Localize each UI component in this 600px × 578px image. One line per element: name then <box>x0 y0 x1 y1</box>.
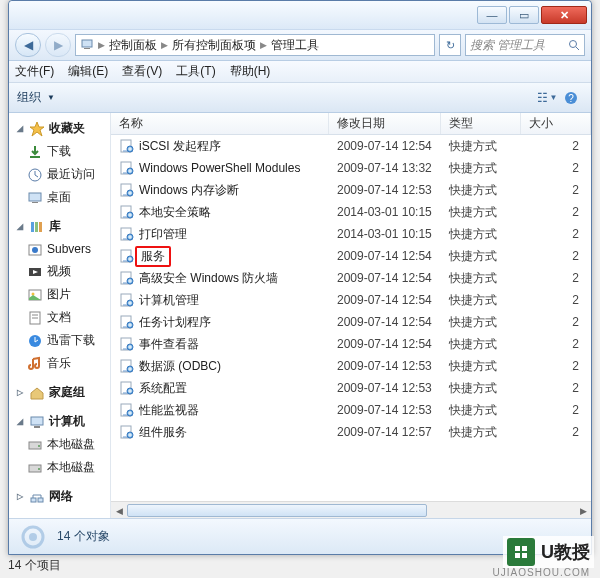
file-size: 2 <box>521 183 591 197</box>
file-date: 2009-07-14 12:54 <box>329 139 441 153</box>
help-icon: ? <box>564 91 578 105</box>
sidebar-item-icon <box>27 264 43 280</box>
expand-icon: ◢ <box>15 222 25 231</box>
sidebar[interactable]: ◢收藏夹下载最近访问桌面◢库Subvers视频图片文档迅雷下载音乐▷家庭组◢计算… <box>9 113 111 518</box>
menu-edit[interactable]: 编辑(E) <box>68 63 108 80</box>
file-type: 快捷方式 <box>441 358 521 375</box>
file-type: 快捷方式 <box>441 314 521 331</box>
svg-rect-31 <box>38 498 43 502</box>
sidebar-group-label: 家庭组 <box>49 384 85 401</box>
breadcrumb-separator: ▶ <box>98 40 105 50</box>
sidebar-item-label: 迅雷下载 <box>47 332 95 349</box>
scroll-left-arrow[interactable]: ◀ <box>111 502 127 518</box>
file-type: 快捷方式 <box>441 336 521 353</box>
file-type: 快捷方式 <box>441 248 521 265</box>
sidebar-group-header[interactable]: ◢计算机 <box>9 410 110 433</box>
file-row[interactable]: Windows 内存诊断2009-07-14 12:53快捷方式2 <box>111 179 591 201</box>
sidebar-group-header[interactable]: ▷家庭组 <box>9 381 110 404</box>
scroll-right-arrow[interactable]: ▶ <box>575 502 591 518</box>
scroll-thumb[interactable] <box>127 504 427 517</box>
sidebar-group-header[interactable]: ▷网络 <box>9 485 110 508</box>
view-mode-button[interactable]: ☷ ▼ <box>535 87 559 109</box>
sidebar-group-header[interactable]: ◢收藏夹 <box>9 117 110 140</box>
file-row[interactable]: 本地安全策略2014-03-01 10:15快捷方式2 <box>111 201 591 223</box>
file-name: Windows 内存诊断 <box>139 182 239 199</box>
menu-tools[interactable]: 工具(T) <box>176 63 215 80</box>
breadcrumb[interactable]: ▶ 控制面板 ▶ 所有控制面板项 ▶ 管理工具 <box>75 34 435 56</box>
svg-rect-12 <box>35 222 38 232</box>
file-name: 任务计划程序 <box>139 314 211 331</box>
expand-icon: ▷ <box>15 388 25 397</box>
sidebar-item[interactable]: 迅雷下载 <box>9 329 110 352</box>
sidebar-item[interactable]: 下载 <box>9 140 110 163</box>
file-row[interactable]: 计算机管理2009-07-14 12:54快捷方式2 <box>111 289 591 311</box>
breadcrumb-seg-1[interactable]: 所有控制面板项 <box>172 37 256 54</box>
breadcrumb-separator: ▶ <box>260 40 267 50</box>
nav-refresh-button[interactable]: ↻ <box>439 34 461 56</box>
file-date: 2009-07-14 12:53 <box>329 183 441 197</box>
search-input[interactable]: 搜索 管理工具 <box>465 34 585 56</box>
svg-text:?: ? <box>568 93 574 104</box>
group-icon <box>29 121 45 137</box>
breadcrumb-seg-0[interactable]: 控制面板 <box>109 37 157 54</box>
file-row[interactable]: Windows PowerShell Modules2009-07-14 13:… <box>111 157 591 179</box>
nav-forward-button[interactable]: ▶ <box>45 33 71 57</box>
file-name: 系统配置 <box>139 380 187 397</box>
organize-button[interactable]: 组织 ▼ <box>17 89 55 106</box>
group-icon <box>29 219 45 235</box>
window-close-button[interactable]: ✕ <box>541 6 587 24</box>
file-row[interactable]: 事件查看器2009-07-14 12:54快捷方式2 <box>111 333 591 355</box>
sidebar-item[interactable]: 文档 <box>9 306 110 329</box>
file-row[interactable]: 打印管理2014-03-01 10:15快捷方式2 <box>111 223 591 245</box>
file-row[interactable]: 任务计划程序2009-07-14 12:54快捷方式2 <box>111 311 591 333</box>
column-type[interactable]: 类型 <box>441 113 521 134</box>
search-placeholder: 搜索 管理工具 <box>470 37 545 54</box>
sidebar-item[interactable]: Subvers <box>9 238 110 260</box>
menu-view[interactable]: 查看(V) <box>122 63 162 80</box>
file-row[interactable]: 性能监视器2009-07-14 12:53快捷方式2 <box>111 399 591 421</box>
expand-icon: ◢ <box>15 417 25 426</box>
file-row[interactable]: iSCSI 发起程序2009-07-14 12:54快捷方式2 <box>111 135 591 157</box>
file-list[interactable]: iSCSI 发起程序2009-07-14 12:54快捷方式2Windows P… <box>111 135 591 501</box>
file-size: 2 <box>521 227 591 241</box>
nav-back-button[interactable]: ◀ <box>15 33 41 57</box>
sidebar-group-header[interactable]: ◢库 <box>9 215 110 238</box>
sidebar-item-icon <box>27 356 43 372</box>
file-row[interactable]: 高级安全 Windows 防火墙2009-07-14 12:54快捷方式2 <box>111 267 591 289</box>
sidebar-item[interactable]: 音乐 <box>9 352 110 375</box>
shortcut-icon <box>119 380 135 396</box>
organize-label: 组织 <box>17 89 41 106</box>
breadcrumb-seg-2[interactable]: 管理工具 <box>271 37 319 54</box>
sidebar-item-label: 桌面 <box>47 189 71 206</box>
menu-help[interactable]: 帮助(H) <box>230 63 271 80</box>
menu-file[interactable]: 文件(F) <box>15 63 54 80</box>
file-row[interactable]: 数据源 (ODBC)2009-07-14 12:53快捷方式2 <box>111 355 591 377</box>
file-date: 2014-03-01 10:15 <box>329 227 441 241</box>
column-date[interactable]: 修改日期 <box>329 113 441 134</box>
window-minimize-button[interactable]: — <box>477 6 507 24</box>
file-name: 组件服务 <box>139 424 187 441</box>
window-titlebar[interactable]: — ▭ ✕ <box>9 1 591 29</box>
sidebar-item[interactable]: 本地磁盘 <box>9 456 110 479</box>
help-button[interactable]: ? <box>559 87 583 109</box>
sidebar-item[interactable]: 视频 <box>9 260 110 283</box>
sidebar-item-icon <box>27 437 43 453</box>
svg-point-2 <box>570 41 577 48</box>
sidebar-item[interactable]: 桌面 <box>9 186 110 209</box>
file-row[interactable]: 服务2009-07-14 12:54快捷方式2 <box>111 245 591 267</box>
file-row[interactable]: 组件服务2009-07-14 12:57快捷方式2 <box>111 421 591 443</box>
file-type: 快捷方式 <box>441 380 521 397</box>
column-size[interactable]: 大小 <box>521 113 591 134</box>
sidebar-item[interactable]: 图片 <box>9 283 110 306</box>
window-maximize-button[interactable]: ▭ <box>509 6 539 24</box>
svg-point-29 <box>38 468 40 470</box>
sidebar-item[interactable]: 本地磁盘 <box>9 433 110 456</box>
svg-point-75 <box>29 533 37 541</box>
sidebar-item[interactable]: 最近访问 <box>9 163 110 186</box>
sidebar-item-label: 下载 <box>47 143 71 160</box>
file-row[interactable]: 系统配置2009-07-14 12:53快捷方式2 <box>111 377 591 399</box>
column-name[interactable]: 名称 <box>111 113 329 134</box>
file-type: 快捷方式 <box>441 204 521 221</box>
chevron-down-icon: ▼ <box>47 93 55 102</box>
horizontal-scrollbar[interactable]: ◀ ▶ <box>111 501 591 518</box>
